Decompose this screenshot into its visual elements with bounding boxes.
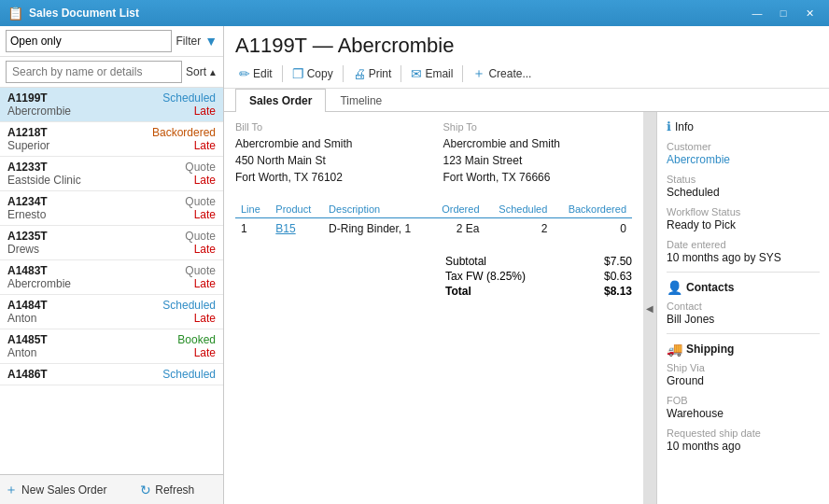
ship-to-address1: 123 Main Street	[443, 152, 633, 169]
maximize-button[interactable]: □	[771, 5, 795, 21]
bottom-bar: ＋ New Sales Order ↻ Refresh	[0, 474, 223, 504]
contacts-section-title: 👤 Contacts	[667, 280, 820, 295]
doc-id: A1486T	[7, 368, 48, 381]
sort-button[interactable]: Sort ▲	[186, 65, 218, 78]
ship-to-label: Ship To	[443, 121, 633, 133]
list-item[interactable]: A1484T Scheduled Anton Late	[0, 295, 223, 329]
status-label: Status	[667, 174, 820, 185]
info-divider-1	[667, 272, 820, 273]
doc-name: Abercrombie	[7, 277, 71, 290]
list-item[interactable]: A1234T Quote Ernesto Late	[0, 191, 223, 226]
print-button[interactable]: 🖨 Print	[349, 64, 396, 83]
totals-section: Subtotal $7.50 Tax FW (8.25%) $0.63 Tota…	[445, 254, 632, 299]
list-item[interactable]: A1199T Scheduled Abercrombie Late	[0, 88, 223, 122]
total-row: Total $8.13	[445, 284, 632, 299]
contacts-icon: 👤	[667, 280, 682, 295]
right-panel: A1199T — Abercrombie ✏ Edit ❐ Copy 🖨 Pri…	[224, 26, 829, 504]
doc-status: Quote	[185, 230, 216, 243]
info-date-field: Date entered 10 months ago by SYS	[667, 239, 820, 264]
tab-sales-order[interactable]: Sales Order	[235, 89, 326, 112]
doc-name: Superior	[7, 139, 49, 152]
main-container: Open only Filter ▼ Sort ▲ A1199T Schedul…	[0, 26, 829, 504]
ship-date-field: Requested ship date 10 months ago	[667, 427, 820, 453]
email-button[interactable]: ✉ Email	[407, 64, 457, 83]
toolbar-separator	[282, 65, 283, 82]
doc-status: Scheduled	[162, 368, 216, 381]
doc-status: Quote	[185, 161, 216, 174]
list-item[interactable]: A1235T Quote Drews Late	[0, 226, 223, 260]
doc-id: A1233T	[7, 161, 48, 174]
refresh-button[interactable]: ↻ Refresh	[112, 475, 224, 504]
tax-value: $0.63	[604, 270, 632, 283]
print-icon: 🖨	[353, 66, 366, 81]
cell-product[interactable]: B15	[270, 218, 323, 240]
doc-id: A1483T	[7, 264, 48, 277]
filter-icon: ▼	[204, 34, 218, 49]
contact-value: Bill Jones	[667, 313, 820, 326]
filter-select[interactable]: Open only	[6, 30, 172, 52]
list-item[interactable]: A1233T Quote Eastside Clinic Late	[0, 157, 223, 191]
sort-arrow-icon: ▲	[208, 67, 218, 77]
list-item[interactable]: A1483T Quote Abercrombie Late	[0, 260, 223, 295]
col-product[interactable]: Product	[270, 201, 323, 218]
plus-icon: ＋	[5, 482, 18, 498]
edit-icon: ✏	[239, 66, 250, 81]
col-backordered[interactable]: Backordered	[553, 201, 632, 218]
doc-status: Quote	[185, 195, 216, 208]
cell-backordered: 0	[553, 218, 632, 240]
col-line[interactable]: Line	[235, 201, 270, 218]
date-label: Date entered	[667, 239, 820, 250]
copy-button[interactable]: ❐ Copy	[288, 64, 337, 83]
total-label: Total	[445, 285, 471, 298]
ship-via-field: Ship Via Ground	[667, 362, 820, 387]
doc-id: A1484T	[7, 299, 48, 312]
toolbar-separator-3	[400, 65, 401, 82]
expand-handle[interactable]: ◀	[643, 112, 656, 504]
doc-name: Anton	[7, 312, 36, 325]
doc-late-badge: Late	[194, 277, 216, 290]
list-item[interactable]: A1218T Backordered Superior Late	[0, 122, 223, 157]
doc-name: Ernesto	[7, 208, 46, 221]
search-input[interactable]	[6, 61, 182, 83]
doc-header: A1199T — Abercrombie ✏ Edit ❐ Copy 🖨 Pri…	[224, 26, 829, 89]
copy-icon: ❐	[292, 66, 304, 81]
title-bar: 📋 Sales Document List — □ ✕	[0, 0, 829, 26]
window-controls: — □ ✕	[745, 5, 822, 21]
ship-to-name: Abercrombie and Smith	[443, 135, 633, 152]
ship-via-label: Ship Via	[667, 362, 820, 373]
doc-toolbar: ✏ Edit ❐ Copy 🖨 Print ✉ Email	[235, 63, 818, 84]
search-sort-row: Sort ▲	[0, 57, 223, 88]
totals-container: Subtotal $7.50 Tax FW (8.25%) $0.63 Tota…	[235, 254, 632, 299]
col-description[interactable]: Description	[323, 201, 429, 218]
tab-timeline[interactable]: Timeline	[326, 89, 396, 112]
customer-value[interactable]: Abercrombie	[667, 153, 820, 166]
cell-line: 1	[235, 218, 270, 240]
list-item[interactable]: A1486T Scheduled	[0, 364, 223, 385]
info-icon: ℹ	[667, 119, 671, 133]
subtotal-label: Subtotal	[445, 255, 486, 268]
fob-label: FOB	[667, 395, 820, 406]
document-list: A1199T Scheduled Abercrombie Late A1218T…	[0, 88, 223, 474]
doc-id: A1199T	[7, 91, 48, 105]
bill-to-block: Bill To Abercrombie and Smith 450 North …	[235, 121, 425, 186]
tax-label: Tax FW (8.25%)	[445, 270, 526, 283]
toolbar-separator-2	[343, 65, 344, 82]
col-ordered[interactable]: Ordered	[429, 201, 485, 218]
edit-button[interactable]: ✏ Edit	[235, 64, 276, 83]
bill-to-name: Abercrombie and Smith	[235, 135, 425, 152]
minimize-button[interactable]: —	[745, 5, 769, 21]
content-area: Bill To Abercrombie and Smith 450 North …	[224, 112, 829, 504]
table-row: 1 B15 D-Ring Binder, 1 2 Ea 2 0	[235, 218, 632, 240]
doc-id: A1235T	[7, 230, 48, 243]
ship-to-block: Ship To Abercrombie and Smith 123 Main S…	[443, 121, 633, 186]
new-sales-order-button[interactable]: ＋ New Sales Order	[0, 475, 112, 504]
list-item[interactable]: A1485T Booked Anton Late	[0, 329, 223, 364]
doc-late-badge: Late	[194, 312, 216, 325]
refresh-label: Refresh	[155, 483, 194, 497]
info-customer-field: Customer Abercrombie	[667, 141, 820, 166]
col-scheduled[interactable]: Scheduled	[485, 201, 554, 218]
close-button[interactable]: ✕	[797, 5, 822, 21]
fob-value: Warehouse	[667, 407, 820, 420]
ship-to-address2: Fort Worth, TX 76666	[443, 169, 633, 186]
create-button[interactable]: ＋ Create...	[469, 63, 535, 84]
